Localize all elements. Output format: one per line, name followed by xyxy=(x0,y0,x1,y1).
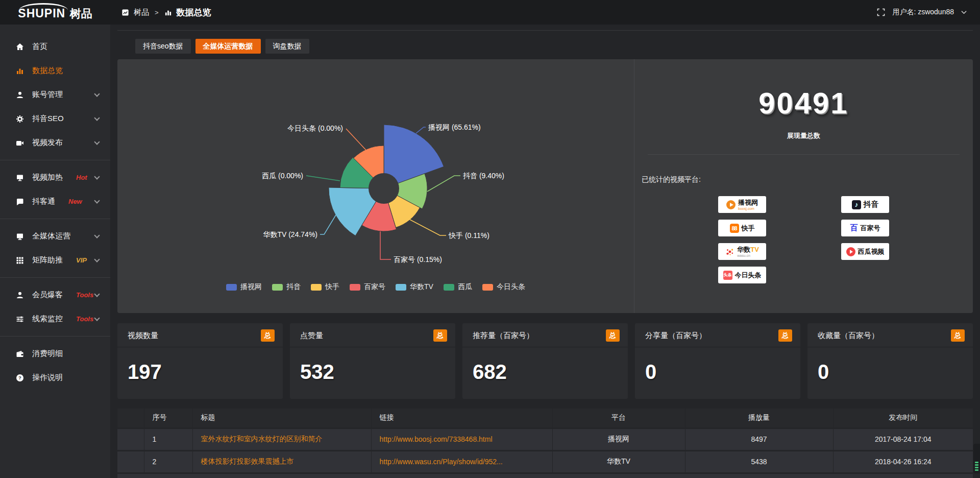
sidebar-item-instructions[interactable]: ? 操作说明 xyxy=(0,366,110,390)
platform-badge-toutiao[interactable]: 头条 今日头条 xyxy=(718,267,766,283)
sidebar-item-doukertong[interactable]: 抖客通 New xyxy=(0,189,110,213)
chevron-down-icon xyxy=(94,232,100,238)
display-icon xyxy=(15,232,24,241)
row-url-link[interactable]: http://www.boosj.com/7338468.html xyxy=(371,428,552,450)
row-title-link[interactable]: 室外水纹灯和室内水纹灯的区别和简介 xyxy=(192,428,371,450)
legend-item[interactable]: 百家号 xyxy=(350,282,385,292)
breadcrumb-current[interactable]: 数据总览 xyxy=(177,7,211,18)
gear-icon xyxy=(15,115,24,123)
legend-item[interactable]: 快手 xyxy=(311,282,339,292)
sidebar-item-label: 账号管理 xyxy=(32,90,63,100)
stat-cards-row: 视频数量总 197 点赞量总 532 推荐量（百家号）总 682 分享量（百家号… xyxy=(117,323,973,399)
row-index: 1 xyxy=(144,428,192,450)
total-exposure-value: 90491 xyxy=(634,86,973,120)
stat-card-value: 197 xyxy=(117,347,283,384)
sidebar-item-consumption-details[interactable]: 消费明细 xyxy=(0,342,110,366)
sidebar-item-data-overview[interactable]: 数据总览 xyxy=(0,59,110,83)
row-plays: 5438 xyxy=(685,450,833,473)
column-header-published: 发布时间 xyxy=(833,409,973,428)
legend-swatch xyxy=(272,284,283,291)
platform-badge-xigua[interactable]: 西瓜视频 xyxy=(841,243,889,260)
row-published: 2017-08-24 17:04 xyxy=(833,428,973,450)
bar-chart-icon xyxy=(15,67,24,75)
pie-label: 今日头条 (0.00%) xyxy=(287,124,343,132)
sidebar-item-video-heating[interactable]: 视频加热 Hot xyxy=(0,165,110,189)
sidebar-item-video-publish[interactable]: 视频发布 xyxy=(0,131,110,155)
platform-badge-douyin[interactable]: ♪ 抖音 xyxy=(841,196,889,213)
chart-legend: 播视网 抖音 快手 百家号 华数TV 西瓜 今日头条 xyxy=(117,282,634,292)
legend-swatch xyxy=(226,284,237,291)
platform-badge-baijiahao[interactable]: 百 百家号 xyxy=(841,220,889,236)
svg-text:?: ? xyxy=(18,375,21,380)
column-header-index: 序号 xyxy=(144,409,192,428)
hot-badge: Hot xyxy=(76,174,87,181)
app-logo[interactable]: SHUPIN 树品 xyxy=(0,3,110,21)
sidebar-item-label: 首页 xyxy=(32,42,47,52)
breadcrumb-chart-icon xyxy=(164,9,172,16)
total-exposure-label: 展现量总数 xyxy=(634,131,973,140)
breadcrumb-root-icon xyxy=(121,9,129,16)
sidebar-divider xyxy=(0,277,110,278)
total-badge[interactable]: 总 xyxy=(606,329,620,342)
sidebar-item-account-management[interactable]: 账号管理 xyxy=(0,83,110,107)
legend-item[interactable]: 西瓜 xyxy=(444,282,472,292)
sidebar-item-label: 视频发布 xyxy=(32,138,63,148)
sidebar-item-douyin-seo[interactable]: 抖音SEO xyxy=(0,107,110,131)
corner-widget[interactable] xyxy=(973,444,980,473)
tab-omnimedia-operation-data[interactable]: 全媒体运营数据 xyxy=(195,39,261,54)
sidebar-item-label: 会员爆客 xyxy=(32,290,63,300)
wallet-icon xyxy=(15,350,24,358)
legend-swatch xyxy=(396,284,406,291)
sidebar-item-clue-monitoring[interactable]: 线索监控 Tools xyxy=(0,307,110,331)
sidebar-item-matrix-boost[interactable]: 矩阵助推 VIP xyxy=(0,248,110,272)
stat-card-value: 532 xyxy=(290,347,455,384)
table-row-partial xyxy=(117,473,973,478)
person-icon xyxy=(15,291,24,299)
row-url-link[interactable]: http://www.wasu.cn/Play/show/id/952... xyxy=(371,450,552,473)
user-menu-chevron-down-icon[interactable] xyxy=(961,10,967,14)
table-row: 1 室外水纹灯和室内水纹灯的区别和简介 http://www.boosj.com… xyxy=(117,428,973,450)
sidebar-item-home[interactable]: 首页 xyxy=(0,35,110,59)
total-badge[interactable]: 总 xyxy=(433,329,447,342)
fullscreen-icon[interactable] xyxy=(877,8,885,16)
question-circle-icon: ? xyxy=(15,374,24,382)
chevron-down-icon xyxy=(94,139,100,145)
legend-item[interactable]: 抖音 xyxy=(272,282,301,292)
tab-douyin-seo-data[interactable]: 抖音seo数据 xyxy=(135,39,191,54)
grid-icon xyxy=(15,256,24,265)
username-label[interactable]: 用户名: zswodun88 xyxy=(892,8,954,17)
vip-badge: VIP xyxy=(76,256,87,264)
platform-badges: 播视网boosj.com 88 快手 华数TVwasu.cn 头条 今日头条 ♪ xyxy=(634,196,973,298)
sliders-icon xyxy=(15,315,24,323)
row-published: 2018-04-26 16:24 xyxy=(833,450,973,473)
legend-item[interactable]: 今日头条 xyxy=(482,282,525,292)
sidebar-item-label: 消费明细 xyxy=(32,349,63,358)
stat-card-label: 收藏量（百家号） xyxy=(818,331,879,341)
platform-badge-boshiwang[interactable]: 播视网boosj.com xyxy=(718,196,766,213)
total-badge[interactable]: 总 xyxy=(951,329,965,342)
total-badge[interactable]: 总 xyxy=(778,329,792,342)
home-icon xyxy=(15,43,24,51)
sidebar-item-label: 视频加热 xyxy=(32,173,63,182)
tab-inquiry-data[interactable]: 询盘数据 xyxy=(265,39,309,54)
legend-swatch xyxy=(350,284,360,291)
sidebar-item-member-burst[interactable]: 会员爆客 Tools xyxy=(0,283,110,307)
row-title-link[interactable]: 楼体投影灯投影效果震撼上市 xyxy=(192,450,371,473)
legend-item[interactable]: 播视网 xyxy=(226,282,262,292)
sidebar-item-label: 操作说明 xyxy=(32,373,63,383)
sidebar-item-label: 线索监控 xyxy=(32,314,63,324)
platform-badge-kuaishou[interactable]: 88 快手 xyxy=(718,220,766,236)
breadcrumb-root[interactable]: 树品 xyxy=(134,8,149,17)
stat-card-label: 视频数量 xyxy=(128,331,158,341)
total-badge[interactable]: 总 xyxy=(261,329,275,342)
chevron-down-icon xyxy=(94,115,100,121)
platform-badge-huashutv[interactable]: 华数TVwasu.cn xyxy=(718,243,766,260)
sidebar-item-label: 全媒体运营 xyxy=(32,231,70,241)
sidebar-item-omnimedia-operation[interactable]: 全媒体运营 xyxy=(0,224,110,248)
legend-item[interactable]: 华数TV xyxy=(396,282,433,292)
legend-swatch xyxy=(444,284,454,291)
pie-label: 华数TV (24.74%) xyxy=(263,230,317,238)
baijiahao-logo-icon: 百 xyxy=(850,223,858,233)
row-platform: 播视网 xyxy=(552,428,685,450)
stat-card-value: 0 xyxy=(635,347,800,384)
